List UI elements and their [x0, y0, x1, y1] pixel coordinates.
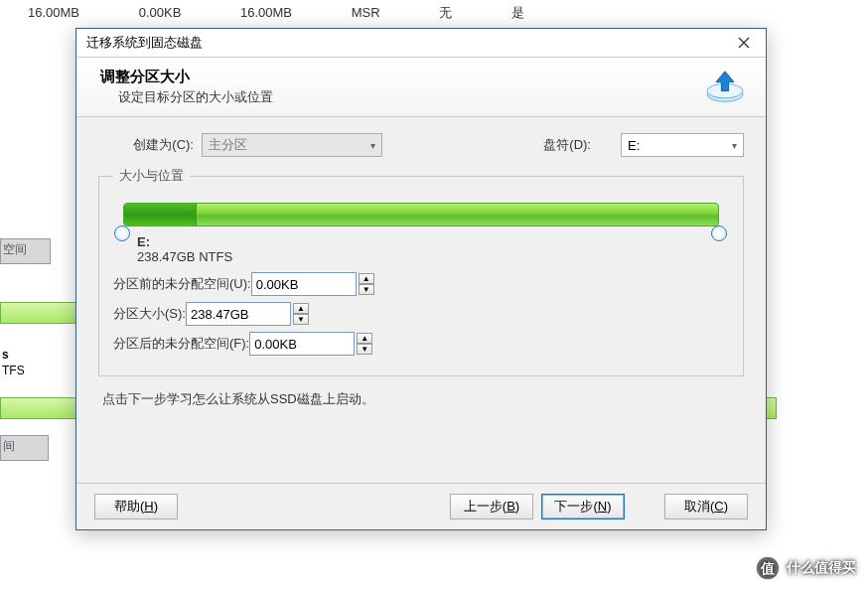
chevron-down-icon: ▾: [732, 140, 737, 151]
resize-handle-left[interactable]: [114, 225, 130, 241]
bg-strip: [0, 302, 81, 324]
unalloc-before-input[interactable]: [251, 272, 357, 296]
spinner[interactable]: ▲▼: [293, 303, 309, 325]
window-title: 迁移系统到固态磁盘: [86, 34, 726, 52]
watermark: 值 什么值得买: [755, 555, 856, 581]
svg-text:值: 值: [760, 560, 775, 576]
partition-bar[interactable]: [123, 203, 719, 226]
spin-down[interactable]: ▼: [359, 284, 374, 295]
cancel-button[interactable]: 取消(C): [664, 494, 748, 519]
drive-letter-select[interactable]: E: ▾: [621, 133, 744, 157]
next-button[interactable]: 下一步(N): [541, 494, 625, 519]
dialog-subheading: 设定目标分区的大小或位置: [118, 88, 702, 106]
spinner[interactable]: ▲▼: [357, 333, 372, 355]
back-button[interactable]: 上一步(B): [450, 494, 533, 519]
partition-bar-wrap: E: 238.47GB NTFS: [123, 203, 719, 264]
help-button[interactable]: 帮助(H): [94, 494, 178, 519]
dialog-header: 调整分区大小 设定目标分区的大小或位置: [76, 58, 766, 117]
drive-letter-label: 盘符(D):: [543, 136, 591, 154]
resize-handle-right[interactable]: [711, 225, 727, 241]
bg-label: TFS: [2, 364, 25, 377]
dialog-footer: 帮助(H) 上一步(B) 下一步(N) 取消(C): [76, 483, 766, 529]
partition-size-input[interactable]: [186, 302, 291, 326]
dialog-heading: 调整分区大小: [100, 68, 702, 86]
bg-label: s: [2, 348, 9, 362]
migrate-dialog: 迁移系统到固态磁盘 调整分区大小 设定目标分区的大小或位置 创建为(C): 主分…: [75, 28, 767, 530]
create-as-select: 主分区 ▾: [202, 133, 382, 157]
unalloc-before-label: 分区前的未分配空间(U):: [113, 275, 251, 293]
dialog-body: 创建为(C): 主分区 ▾ 盘符(D): E: ▾ 大小与位置 E:: [76, 117, 766, 483]
spin-up[interactable]: ▲: [293, 303, 309, 314]
partition-bar-used: [124, 204, 197, 225]
group-legend: 大小与位置: [113, 167, 190, 185]
spin-up[interactable]: ▲: [359, 273, 374, 284]
bg-strip: 空间: [0, 238, 51, 264]
unalloc-after-label: 分区后的未分配空间(F):: [113, 335, 249, 353]
unalloc-after-input[interactable]: [249, 332, 355, 356]
migrate-icon: [702, 70, 748, 105]
create-as-label: 创建为(C):: [98, 136, 202, 154]
partition-info: E: 238.47GB NTFS: [137, 234, 717, 264]
hint-text: 点击下一步学习怎么让系统从SSD磁盘上启动。: [102, 390, 744, 408]
watermark-icon: 值: [755, 555, 781, 581]
spin-down[interactable]: ▼: [293, 314, 309, 325]
partition-size-label: 分区大小(S):: [113, 305, 186, 323]
close-icon: [738, 37, 750, 49]
spin-up[interactable]: ▲: [357, 333, 372, 344]
size-position-group: 大小与位置 E: 238.47GB NTFS 分区前的未分配空间(U): ▲▼ …: [98, 167, 744, 376]
background-table-row: 16.00MB 0.00KB 16.00MB MSR 无 是: [0, 4, 552, 22]
chevron-down-icon: ▾: [370, 140, 375, 151]
bg-strip: 间: [0, 435, 49, 461]
titlebar: 迁移系统到固态磁盘: [76, 29, 766, 58]
spin-down[interactable]: ▼: [357, 344, 372, 355]
spinner[interactable]: ▲▼: [359, 273, 374, 295]
close-button[interactable]: [726, 31, 762, 55]
